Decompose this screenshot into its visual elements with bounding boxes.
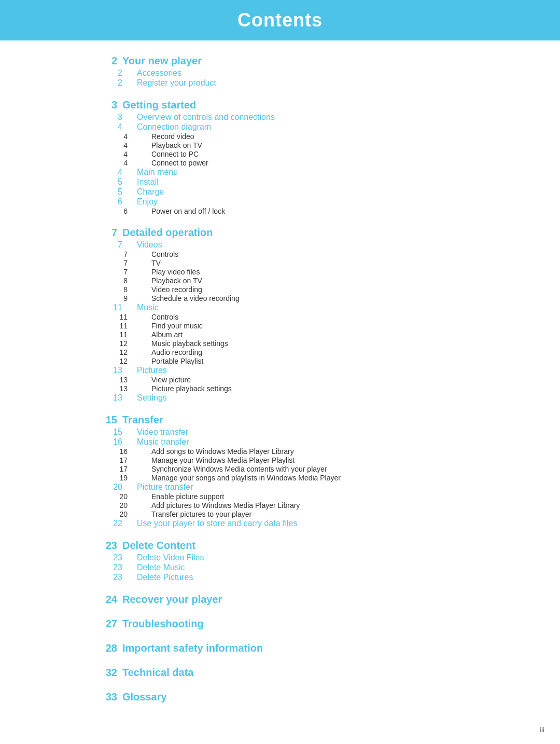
entry-number: 20: [104, 483, 128, 492]
entry-number: 20: [104, 510, 133, 518]
entry-label: Detailed operation: [122, 227, 456, 239]
entry-label: Album art: [133, 330, 456, 339]
entry-label: Your new player: [122, 55, 456, 67]
toc-entry: 28Important safety information: [104, 637, 456, 655]
entry-number: 11: [104, 303, 128, 312]
entry-number: 5: [104, 187, 128, 197]
entry-number: 11: [104, 313, 133, 321]
toc-entry: 13Picture playback settings: [104, 384, 456, 393]
toc-entry: 13Settings: [104, 393, 456, 403]
toc-entry: 23Delete Content: [104, 534, 456, 553]
entry-number: 3: [104, 113, 128, 122]
entry-label: Main menu: [128, 168, 456, 177]
toc-entry: 17Synchronize Windows Media contents wit…: [104, 465, 456, 473]
entry-number: 4: [104, 159, 133, 167]
toc-entry: 20Enable picture support: [104, 492, 456, 501]
toc-entry: 11Find your music: [104, 322, 456, 330]
entry-label: Schedule a video recording: [133, 294, 456, 302]
entry-number: 15: [104, 414, 122, 426]
entry-label: Transfer pictures to your player: [133, 510, 456, 518]
entry-label: Technical data: [122, 667, 456, 679]
toc-entry: 8Playback on TV: [104, 277, 456, 285]
toc-entry: 23Delete Video Files: [104, 553, 456, 562]
entry-number: 27: [104, 618, 122, 630]
toc-entry: 8Video recording: [104, 285, 456, 294]
entry-label: Record video: [133, 132, 456, 141]
entry-number: 2: [104, 78, 128, 88]
entry-number: 13: [104, 384, 133, 393]
entry-number: 12: [104, 357, 133, 365]
entry-number: 20: [104, 492, 133, 501]
entry-number: 23: [104, 540, 122, 552]
toc-entry: 9Schedule a video recording: [104, 294, 456, 302]
entry-label: Settings: [128, 393, 456, 403]
entry-label: Charge: [128, 187, 456, 197]
entry-number: 16: [104, 437, 128, 447]
toc-entry: 12Music playback settings: [104, 339, 456, 348]
entry-label: Delete Music: [128, 563, 456, 572]
entry-label: Troubleshooting: [122, 618, 456, 630]
entry-label: Connect to PC: [133, 150, 456, 158]
page: Contents 2Your new player2Accessories2Re…: [0, 0, 560, 744]
entry-number: 13: [104, 366, 128, 375]
entry-number: 17: [104, 465, 133, 473]
entry-number: 19: [104, 474, 133, 482]
entry-number: 4: [104, 122, 128, 132]
toc-entry: 4Connection diagram: [104, 122, 456, 132]
toc-entry: 3Overview of controls and connections: [104, 113, 456, 122]
entry-number: 7: [104, 227, 122, 239]
entry-number: 13: [104, 393, 128, 403]
entry-number: 12: [104, 339, 133, 348]
toc-entry: 20Picture transfer: [104, 483, 456, 492]
entry-label: Picture transfer: [128, 483, 456, 492]
toc-entry: 12Audio recording: [104, 348, 456, 356]
entry-number: 33: [104, 691, 122, 703]
header-banner: Contents: [0, 0, 560, 40]
toc-entry: 2Your new player: [104, 50, 456, 68]
toc-entry: 19Manage your songs and playlists in Win…: [104, 474, 456, 482]
toc-entry: 16Add songs to Windows Media Player Libr…: [104, 447, 456, 456]
entry-label: Playback on TV: [133, 141, 456, 149]
toc-entry: 11Music: [104, 303, 456, 312]
entry-label: Synchronize Windows Media contents with …: [133, 465, 456, 473]
entry-label: Video recording: [133, 285, 456, 294]
entry-label: Enjoy: [128, 197, 456, 206]
entry-label: Play video files: [133, 268, 456, 276]
entry-label: Picture playback settings: [133, 384, 456, 393]
entry-label: Audio recording: [133, 348, 456, 356]
toc-entry: 7Controls: [104, 250, 456, 258]
entry-label: Accessories: [128, 68, 456, 78]
toc-entry: 32Technical data: [104, 662, 456, 680]
entry-number: 3: [104, 99, 122, 111]
entry-label: Add pictures to Windows Media Player Lib…: [133, 501, 456, 509]
entry-label: Delete Content: [122, 540, 456, 552]
toc-entry: 2Register your product: [104, 78, 456, 88]
entry-number: 5: [104, 177, 128, 187]
toc-entry: 4Playback on TV: [104, 141, 456, 149]
entry-number: 22: [104, 519, 128, 528]
toc-entry: 4Connect to PC: [104, 150, 456, 158]
entry-label: Controls: [133, 250, 456, 258]
entry-label: Use your player to store and carry data …: [128, 519, 456, 528]
page-number: iii: [540, 726, 544, 734]
toc-entry: 4Main menu: [104, 168, 456, 177]
entry-label: Power on and off / lock: [133, 207, 456, 215]
toc-content: 2Your new player2Accessories2Register yo…: [0, 50, 560, 725]
toc-entry: 2Accessories: [104, 68, 456, 78]
toc-entry: 6Power on and off / lock: [104, 207, 456, 215]
entry-number: 12: [104, 348, 133, 356]
toc-entry: 12Portable Playlist: [104, 357, 456, 365]
entry-number: 28: [104, 642, 122, 654]
entry-number: 20: [104, 501, 133, 509]
toc-entry: 7Play video files: [104, 268, 456, 276]
entry-number: 2: [104, 55, 122, 67]
toc-entry: 27Troubleshooting: [104, 613, 456, 631]
entry-number: 2: [104, 68, 128, 78]
entry-label: Overview of controls and connections: [128, 113, 456, 122]
toc-entry: 20Add pictures to Windows Media Player L…: [104, 501, 456, 509]
entry-number: 11: [104, 322, 133, 330]
entry-number: 6: [104, 197, 128, 206]
entry-label: Manage your songs and playlists in Windo…: [133, 474, 456, 482]
entry-label: TV: [133, 259, 456, 267]
entry-label: Delete Video Files: [128, 553, 456, 562]
